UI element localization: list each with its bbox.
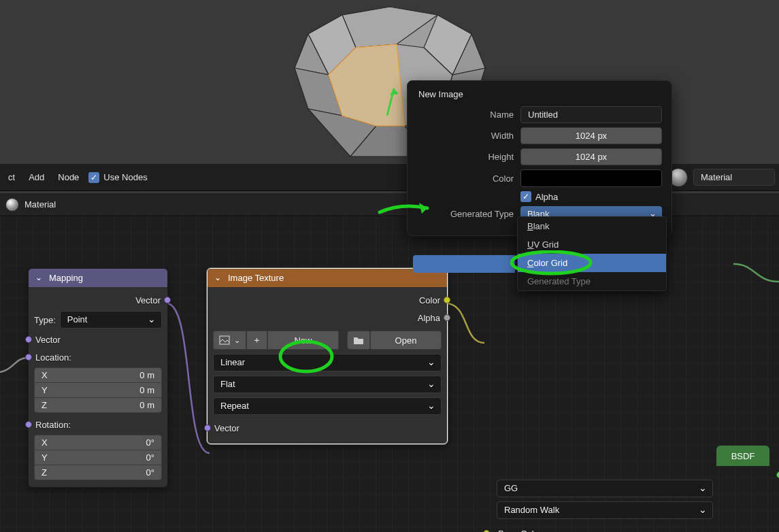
name-label: Name (417, 110, 514, 120)
menu-select-cut[interactable]: ct (4, 169, 19, 185)
material-icon (5, 198, 19, 212)
socket-in-vector[interactable]: Vector (213, 419, 442, 437)
width-input[interactable]: 1024 px (520, 127, 662, 144)
image-open-folder-button[interactable] (347, 331, 370, 350)
extension-select[interactable]: Repeat (213, 397, 442, 415)
image-add-button[interactable]: ＋ (246, 331, 267, 350)
bsdf-prop-base-color[interactable]: Base Color (497, 523, 779, 532)
generated-type-dropdown: Blank UV Grid Color Grid Generated Type (517, 216, 667, 291)
menu-node[interactable]: Node (54, 169, 83, 185)
dropdown-header: Generated Type (518, 272, 666, 290)
socket-out-color[interactable]: Color (213, 291, 442, 309)
location-y[interactable]: Y0 m (34, 383, 162, 398)
node-mapping-title[interactable]: ⌄ Mapping (29, 269, 167, 287)
socket-dot-icon[interactable] (204, 425, 211, 431)
image-icon (219, 335, 230, 345)
interpolation-select[interactable]: Linear (213, 354, 442, 371)
popup-title: New Image (417, 89, 662, 99)
socket-dot-icon[interactable] (25, 421, 32, 428)
location-x[interactable]: X0 m (34, 367, 162, 383)
check-icon: ✓ (520, 191, 531, 202)
image-new-button[interactable]: New (267, 331, 339, 350)
chevron-down-icon: ⌄ (35, 273, 42, 282)
dropdown-item-color-grid[interactable]: Color Grid (518, 254, 666, 272)
material-name-field[interactable]: Material (693, 169, 775, 186)
menu-add[interactable]: Add (24, 169, 48, 185)
color-input[interactable] (520, 169, 662, 187)
material-name: Material (24, 199, 56, 210)
height-label: Height (417, 152, 514, 162)
rotation-z[interactable]: Z0° (34, 465, 162, 480)
node-mapping[interactable]: ⌄ Mapping Vector Type: Point Vector Loca… (28, 268, 168, 488)
rotation-x[interactable]: X0° (34, 435, 162, 450)
color-label: Color (417, 173, 514, 184)
socket-in-vector[interactable]: Vector (34, 331, 162, 348)
svg-rect-16 (220, 336, 229, 344)
use-nodes-checkbox[interactable]: ✓ Use Nodes (88, 172, 147, 183)
socket-dot-icon[interactable] (25, 336, 32, 343)
new-image-popup: New Image Name Untitled Width 1024 px He… (407, 80, 672, 236)
location-xyz: X0 m Y0 m Z0 m (34, 367, 162, 413)
image-browse-button[interactable]: ⌄ (213, 331, 246, 350)
dropdown-item-uv-grid[interactable]: UV Grid (518, 235, 666, 254)
generated-type-label: Generated Type (417, 209, 514, 219)
rotation-y[interactable]: Y0° (34, 450, 162, 465)
socket-in-location[interactable]: Location: (34, 348, 162, 366)
subsurface-method-select[interactable]: Random Walk (497, 501, 713, 519)
projection-select[interactable]: Flat (213, 376, 442, 393)
alpha-checkbox[interactable]: ✓ Alpha (520, 191, 662, 202)
type-label: Type: (34, 315, 56, 325)
width-label: Width (417, 131, 514, 141)
socket-dot-icon[interactable] (776, 471, 779, 478)
dropdown-item-blank[interactable]: Blank (518, 217, 666, 235)
socket-dot-icon[interactable] (444, 314, 450, 321)
mapping-type-select[interactable]: Point (60, 311, 162, 329)
node-image-texture-title[interactable]: ⌄ Image Texture (208, 269, 447, 287)
image-open-button[interactable]: Open (370, 331, 442, 350)
node-image-texture[interactable]: ⌄ Image Texture Color Alpha ⌄ ＋ New (207, 268, 448, 444)
name-input[interactable]: Untitled (520, 106, 662, 123)
socket-out-vector[interactable]: Vector (34, 291, 162, 309)
socket-in-rotation[interactable]: Rotation: (34, 416, 162, 433)
prop-label: Base Color (497, 529, 542, 533)
distribution-select[interactable]: GG (497, 480, 713, 497)
socket-dot-icon[interactable] (25, 354, 32, 361)
folder-icon (353, 335, 364, 345)
socket-out-alpha[interactable]: Alpha (213, 309, 442, 327)
socket-dot-icon[interactable] (164, 297, 171, 303)
socket-dot-icon[interactable] (444, 297, 450, 303)
location-z[interactable]: Z0 m (34, 398, 162, 413)
bsdf-title: BSDF (716, 446, 769, 466)
use-nodes-label: Use Nodes (103, 172, 147, 182)
height-input[interactable]: 1024 px (520, 148, 662, 165)
chevron-down-icon: ⌄ (214, 273, 221, 282)
plus-icon: ＋ (252, 334, 261, 346)
check-icon: ✓ (88, 172, 99, 183)
rotation-xyz: X0° Y0° Z0° (34, 435, 162, 480)
popup-ok-button[interactable] (413, 255, 515, 273)
